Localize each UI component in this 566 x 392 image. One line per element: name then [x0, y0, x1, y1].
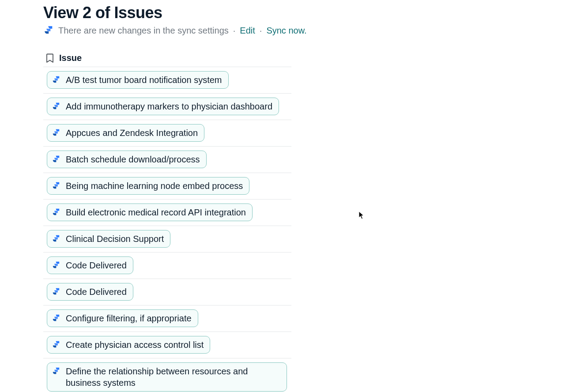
issue-pill[interactable]: A/B test tumor board notification system: [47, 71, 229, 89]
table-row: Being machine learning node embed proces…: [43, 173, 291, 199]
issues-table: Issue A/B test tumor board notification …: [43, 51, 291, 392]
jira-icon: [52, 366, 61, 376]
issue-label: Batch schedule download/process: [66, 154, 200, 165]
table-row: Add immunotherapy markers to physician d…: [43, 93, 291, 120]
issue-label: Clinical Decision Support: [66, 233, 164, 245]
table-row: Clinical Decision Support: [43, 226, 291, 252]
jira-icon: [52, 128, 61, 138]
issue-label: Code Delivered: [66, 286, 127, 298]
table-row: Define the relationship between resource…: [43, 358, 291, 392]
issue-pill[interactable]: Being machine learning node embed proces…: [47, 177, 249, 195]
jira-icon: [52, 207, 61, 217]
table-row: Create physician access control list: [43, 332, 291, 358]
sync-status-text: There are new changes in the sync settin…: [58, 25, 229, 36]
sync-now-link[interactable]: Sync now.: [266, 25, 306, 36]
jira-icon: [52, 155, 61, 164]
page-title: View 2 of Issues: [43, 4, 566, 22]
issue-pill[interactable]: Build electronic medical record API inte…: [47, 204, 253, 221]
table-row: Code Delivered: [43, 252, 291, 279]
issue-label: Appcues and Zendesk Integration: [66, 127, 198, 139]
jira-icon: [43, 25, 55, 36]
issue-label: Code Delivered: [66, 260, 127, 271]
separator: ·: [259, 25, 263, 36]
table-row: Code Delivered: [43, 279, 291, 305]
jira-icon: [52, 234, 61, 244]
issue-label: Build electronic medical record API inte…: [66, 207, 246, 218]
issue-pill[interactable]: Define the relationship between resource…: [47, 362, 287, 392]
jira-icon: [52, 287, 61, 297]
table-row: Build electronic medical record API inte…: [43, 199, 291, 226]
issue-pill[interactable]: Batch schedule download/process: [47, 151, 207, 168]
issue-pill[interactable]: Clinical Decision Support: [47, 230, 170, 248]
jira-icon: [52, 102, 61, 111]
issue-label: Configure filtering, if appropriate: [66, 313, 192, 324]
table-row: Batch schedule download/process: [43, 146, 291, 173]
jira-icon: [52, 313, 61, 323]
table-row: A/B test tumor board notification system: [43, 67, 291, 93]
jira-icon: [52, 181, 61, 191]
issue-pill[interactable]: Code Delivered: [47, 283, 133, 301]
issue-pill[interactable]: Code Delivered: [47, 256, 133, 274]
jira-icon: [52, 340, 61, 350]
table-row: Appcues and Zendesk Integration: [43, 120, 291, 146]
issue-label: Add immunotherapy markers to physician d…: [66, 101, 272, 112]
edit-link[interactable]: Edit: [240, 25, 255, 36]
issue-pill[interactable]: Add immunotherapy markers to physician d…: [47, 98, 279, 115]
issue-pill[interactable]: Configure filtering, if appropriate: [47, 309, 198, 327]
column-title: Issue: [59, 53, 82, 63]
issue-pill[interactable]: Appcues and Zendesk Integration: [47, 124, 204, 142]
issue-label: A/B test tumor board notification system: [66, 74, 222, 86]
issue-label: Define the relationship between resource…: [66, 366, 280, 388]
column-header[interactable]: Issue: [43, 51, 291, 67]
sync-status-bar: There are new changes in the sync settin…: [43, 25, 566, 36]
table-row: Configure filtering, if appropriate: [43, 305, 291, 332]
issue-label: Being machine learning node embed proces…: [66, 180, 243, 192]
bookmark-icon: [46, 53, 54, 63]
jira-icon: [52, 75, 61, 85]
issue-label: Create physician access control list: [66, 339, 204, 351]
jira-icon: [52, 260, 61, 270]
issue-pill[interactable]: Create physician access control list: [47, 336, 210, 354]
separator: ·: [232, 25, 237, 36]
